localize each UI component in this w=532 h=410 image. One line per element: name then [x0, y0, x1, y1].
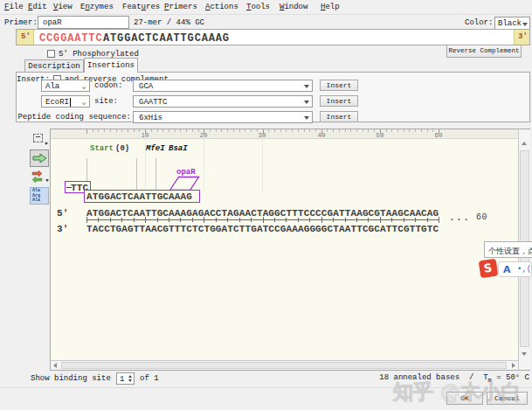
ime-mode-letter[interactable]: A [503, 264, 511, 275]
primer-label: Primer: [4, 18, 38, 27]
scrollbar-thumb[interactable] [61, 362, 507, 369]
primer-sequence-strip[interactable]: 5' CCGGAATTC ATGGACTCAATTGCAAAG 3' [16, 29, 530, 45]
menu-tools[interactable]: Tools [246, 3, 270, 11]
peptide-value-combo[interactable]: 6xHis [133, 111, 313, 123]
menu-view[interactable]: View [53, 3, 73, 11]
translation-toggle-button[interactable]: Ala Arg Ala [30, 187, 49, 205]
five-prime-badge: 5' [17, 30, 34, 45]
menu-primers[interactable]: Primers [164, 3, 197, 11]
chevron-down-icon [304, 116, 309, 120]
watermark: 知乎 @木小白 [393, 379, 521, 406]
red-green-arrows-icon [30, 169, 47, 184]
ruler: 10 20 30 40 50 60 [51, 129, 518, 139]
strand-ellipsis: ··· [449, 214, 470, 225]
green-arrow-icon [31, 150, 48, 166]
edit-primer-dialog: File Edit View Enzymes Features Primers … [0, 0, 532, 410]
reverse-complement-button[interactable]: Reverse Complement [446, 45, 522, 58]
peptide-label: Peptide coding sequence: [17, 113, 131, 122]
insert-site-button[interactable]: Insert [320, 95, 358, 107]
chevron-down-icon [45, 179, 49, 182]
primer-direction-button[interactable] [30, 169, 49, 185]
menu-actions[interactable]: Actions [205, 3, 238, 11]
menu-enzymes[interactable]: Enzymes [80, 3, 114, 11]
enzyme-mfei-label[interactable]: MfeI [146, 144, 165, 153]
chevron-down-icon: ⌄ [82, 81, 86, 91]
ime-tooltip: 个性设置，点 [484, 241, 532, 258]
chevron-down-icon [304, 85, 309, 88]
primer-box-sequence: ATGGACTCAATTGCAAAG [86, 191, 192, 202]
menu-edit[interactable]: Edit [28, 3, 47, 11]
sogou-logo-icon[interactable]: S [479, 259, 499, 279]
chevron-down-icon: ⌄ [82, 97, 86, 107]
ime-extra-icons[interactable]: •,( [517, 265, 531, 274]
spinner-up-icon[interactable] [128, 375, 132, 378]
strand-end-number: 60 [476, 212, 487, 222]
site-enzyme-combo[interactable]: EcoRI ⌄ [41, 95, 90, 108]
primer-stats: 27-mer / 44% GC [134, 18, 204, 27]
binding-site-label: Show binding site [31, 374, 111, 383]
menu-help[interactable]: Help [321, 3, 340, 11]
enzyme-bsai-label[interactable]: BsaI [169, 144, 188, 153]
color-label: Color: [465, 18, 493, 27]
select-tool-button[interactable] [30, 130, 49, 148]
mfei-callout-line [136, 158, 137, 190]
menu-file[interactable]: File [4, 3, 24, 11]
menu-window[interactable]: Window [280, 3, 307, 11]
insert-codon-button[interactable]: Insert [320, 80, 358, 91]
primer-name-value: opaR [43, 18, 62, 27]
scroll-up-icon[interactable] [522, 142, 527, 145]
spinner-down-icon[interactable] [128, 379, 132, 382]
sequence-map-panel[interactable]: 10 20 30 40 50 60 Start (0) MfeI BsaI op… [50, 129, 530, 371]
bottom-strand-label: 3' [57, 224, 68, 234]
chevron-down-icon [522, 23, 528, 26]
binding-site-total: of 1 [140, 374, 159, 383]
insert-peptide-button[interactable]: Insert [320, 111, 358, 122]
color-dropdown[interactable]: Black [494, 17, 530, 30]
chevron-down-icon [304, 101, 309, 104]
codon-value-combo[interactable]: GCA [133, 80, 313, 92]
strip-annealed-seq: ATGGACTCAATTGCAAAG [103, 32, 230, 45]
phosphorylated-checkbox[interactable] [47, 50, 55, 58]
bsai-callout-line [155, 158, 156, 190]
start-callout-line [86, 158, 87, 181]
basepair-tick-line [86, 217, 440, 223]
start-value: (0) [115, 144, 129, 153]
text-cursor [70, 98, 71, 107]
tab-insertions[interactable]: Insertions [84, 58, 138, 73]
start-label[interactable]: Start [90, 144, 114, 153]
pan-tool-button[interactable] [30, 149, 49, 167]
site-value-combo[interactable]: GAATTC [133, 95, 313, 108]
strip-tail-seq: CCGGAATTC [39, 32, 102, 45]
chevron-down-icon [45, 142, 48, 145]
three-prime-badge: 3' [514, 30, 529, 45]
tab-description[interactable]: Description [24, 59, 84, 73]
scroll-down-icon[interactable] [522, 352, 527, 356]
codon-aa-combo[interactable]: Ala ⌄ [41, 80, 90, 92]
codon-label: codon: [94, 81, 122, 90]
scroll-right-icon[interactable] [512, 363, 515, 368]
scroll-left-icon[interactable] [53, 363, 57, 368]
top-strand-label: 5' [57, 208, 68, 219]
horizontal-scrollbar[interactable] [51, 360, 518, 370]
menu-features[interactable]: Features [122, 3, 160, 11]
bottom-strand-sequence[interactable]: TACCTGAGTTAACGTTTCTCTGGATCTTGATCCGAAAGGG… [86, 224, 439, 234]
site-label: site: [94, 97, 118, 106]
binding-site-spinner[interactable]: 1 [116, 372, 135, 385]
